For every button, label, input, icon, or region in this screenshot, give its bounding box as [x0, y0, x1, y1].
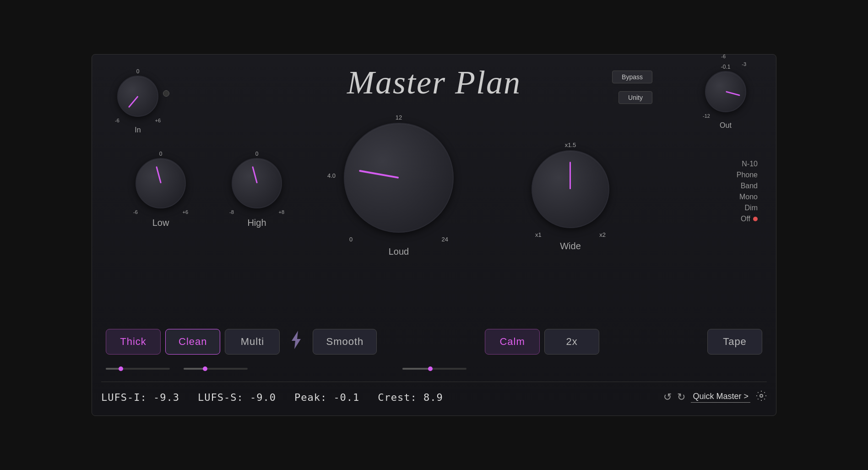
high-value-label: 0	[255, 151, 259, 157]
calm-slider-wrap	[402, 368, 467, 370]
high-label: High	[247, 218, 266, 228]
wide-label: Wide	[560, 241, 581, 251]
thick-button[interactable]: Thick	[106, 329, 161, 355]
loud-scale-mid: 4.0	[327, 172, 336, 179]
lightning-icon	[284, 326, 308, 357]
redo-button[interactable]: ↻	[677, 391, 685, 403]
plugin-container: Master Plan Bypass Unity 0 -6 +6 In -6 -…	[92, 54, 776, 416]
loud-scale-left: 0	[349, 236, 353, 243]
calm-slider-thumb[interactable]	[428, 366, 433, 371]
low-max-label: +6	[182, 209, 188, 215]
bypass-button[interactable]: Bypass	[612, 71, 652, 83]
high-knob-wrap: 0 -8 +8 High	[229, 151, 284, 228]
in-knob[interactable]	[117, 76, 158, 117]
wide-scale-mid: x1.5	[565, 142, 576, 148]
multi-button[interactable]: Multi	[225, 329, 280, 355]
tape-button[interactable]: Tape	[707, 329, 762, 355]
high-max-label: +8	[278, 209, 284, 215]
loud-scale-right: 24	[442, 236, 448, 243]
loud-scale-top: 12	[396, 114, 402, 121]
monitor-list: N-10 Phone Band Mono Dim Off	[737, 160, 758, 223]
clean-button[interactable]: Clean	[165, 329, 220, 355]
svg-point-0	[760, 394, 763, 397]
thick-slider-wrap	[106, 368, 170, 370]
out-value-label: -0.1	[721, 64, 731, 70]
in-value-label: 0	[136, 68, 140, 75]
settings-button[interactable]	[756, 390, 767, 404]
out-knob-wrap: -6 -3 -0.1 -12 Out	[703, 64, 749, 130]
crest: Crest: 8.9	[378, 392, 443, 403]
lufs-s: LUFS-S: -9.0	[198, 392, 276, 403]
peak: Peak: -0.1	[294, 392, 359, 403]
wide-scale-min: x1	[535, 231, 542, 238]
monitor-off[interactable]: Off	[737, 215, 758, 223]
wide-scale-max: x2	[599, 231, 606, 238]
wide-knob[interactable]	[532, 150, 609, 228]
low-label: Low	[152, 218, 169, 228]
calm-button[interactable]: Calm	[485, 329, 540, 355]
monitor-dim[interactable]: Dim	[737, 204, 758, 212]
in-min-label: -6	[115, 118, 119, 123]
status-actions: ↺ ↻ Quick Master >	[663, 390, 767, 404]
out-scale-top: -6	[721, 54, 726, 59]
out-label: Out	[720, 121, 732, 130]
out-min-label: -12	[703, 113, 710, 119]
monitor-mono[interactable]: Mono	[737, 193, 758, 201]
low-knob-wrap: 0 -6 +6 Low	[133, 151, 188, 228]
high-min-label: -8	[229, 209, 234, 215]
twox-button[interactable]: 2x	[544, 329, 599, 355]
off-led	[753, 217, 758, 221]
wide-knob-wrap: x1.5 x1 x2 Wide	[532, 142, 609, 251]
smooth-button[interactable]: Smooth	[313, 329, 377, 355]
in-label: In	[135, 126, 141, 134]
in-led	[163, 90, 169, 97]
thick-slider-thumb[interactable]	[119, 366, 123, 371]
unity-button[interactable]: Unity	[618, 91, 652, 104]
low-min-label: -6	[133, 209, 138, 215]
out-scale-right: -3	[742, 61, 746, 67]
monitor-phone[interactable]: Phone	[737, 171, 758, 179]
in-knob-wrap: 0 -6 +6 In	[115, 68, 161, 134]
undo-button[interactable]: ↺	[663, 391, 672, 403]
monitor-n10[interactable]: N-10	[737, 160, 758, 168]
status-bar: LUFS-I: -9.3 LUFS-S: -9.0 Peak: -0.1 Cre…	[101, 382, 767, 404]
quick-master-button[interactable]: Quick Master >	[691, 392, 750, 403]
loud-knob-wrap: 12 0 4.0 24 Loud	[344, 114, 454, 257]
low-value-label: 0	[159, 151, 163, 157]
clean-slider-wrap	[184, 368, 248, 370]
out-knob[interactable]	[705, 71, 746, 112]
monitor-band[interactable]: Band	[737, 182, 758, 190]
clean-slider-thumb[interactable]	[203, 366, 207, 371]
loud-knob[interactable]	[344, 123, 454, 233]
in-max-label: +6	[155, 118, 161, 123]
low-knob[interactable]	[136, 158, 186, 208]
loud-label: Loud	[389, 246, 409, 257]
high-knob[interactable]	[232, 158, 282, 208]
lufs-i: LUFS-I: -9.3	[101, 392, 179, 403]
plugin-title: Master Plan	[347, 64, 521, 102]
